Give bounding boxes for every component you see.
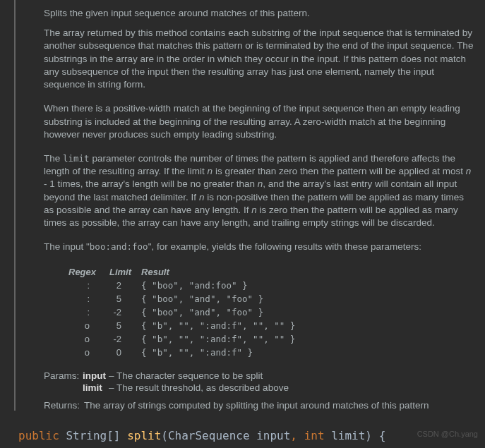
param-desc: – The result threshold, as described abo… <box>109 382 474 393</box>
cell-result: { "b", "", ":and:f", "", "" } <box>141 319 305 332</box>
param-name: input <box>256 429 290 442</box>
paren-close: ) <box>365 429 372 442</box>
param-type: CharSequence <box>168 429 250 442</box>
cell-result: { "b", "", ":and:f", "", "" } <box>141 332 305 346</box>
var-n: n <box>251 205 257 215</box>
cell-regex: o <box>68 332 109 346</box>
returns-label: Returns: <box>44 400 80 411</box>
param-desc: – The character sequence to be split <box>109 370 474 381</box>
table-row: o0{ "b", "", ":and:f" } <box>68 346 305 359</box>
cell-result: { "boo", "and", "foo" } <box>141 305 305 319</box>
summary: Splits the given input sequence around m… <box>44 7 474 20</box>
paren-open: ( <box>161 429 168 442</box>
header-result: Result <box>141 265 305 279</box>
comma: , <box>290 429 297 442</box>
cell-regex: : <box>68 292 109 305</box>
code-literal: boo:and:foo <box>90 241 148 252</box>
cell-regex: : <box>68 279 109 292</box>
text: ", for example, yields the following res… <box>148 241 421 252</box>
params-label: Params: <box>44 370 83 381</box>
table-row: :2{ "boo", "and:foo" } <box>68 279 305 292</box>
keyword-public: public <box>18 429 59 442</box>
example-intro: The input "boo:and:foo", for example, yi… <box>44 241 474 253</box>
returns-section: Returns: The array of strings computed b… <box>44 400 474 411</box>
results-table: Regex Limit Result :2{ "boo", "and:foo" … <box>68 265 305 359</box>
method-name: split <box>127 429 161 442</box>
cell-regex: o <box>68 346 109 359</box>
text: - 1 times, the array's length will be no… <box>44 178 258 189</box>
keyword-int: int <box>304 429 325 442</box>
return-type: String[] <box>66 429 120 442</box>
text: The input " <box>44 241 90 252</box>
cell-limit: 5 <box>109 292 141 305</box>
table-row: :5{ "boo", "and", "foo" } <box>68 292 305 305</box>
cell-limit: 0 <box>109 346 141 359</box>
var-n: n <box>466 166 472 176</box>
param-name: limit <box>83 382 106 393</box>
cell-result: { "boo", "and", "foo" } <box>141 292 305 305</box>
header-regex: Regex <box>68 265 109 279</box>
javadoc-block: Splits the given input sequence around m… <box>14 0 485 411</box>
description-paragraph-2: When there is a positive-width match at … <box>44 102 474 141</box>
returns-desc: The array of strings computed by splitti… <box>84 400 429 411</box>
cell-regex: o <box>68 319 109 332</box>
brace-open: { <box>379 429 386 442</box>
params-section: Params: input – The character sequence t… <box>44 370 474 393</box>
cell-limit: 2 <box>109 279 141 292</box>
var-n: n <box>208 166 213 176</box>
table-header-row: Regex Limit Result <box>68 265 305 279</box>
description-paragraph-1: The array returned by this method contai… <box>44 27 474 91</box>
watermark: CSDN @Ch.yang <box>417 430 478 438</box>
table-row: :-2{ "boo", "and", "foo" } <box>68 305 305 319</box>
method-signature: public String[] split(CharSequence input… <box>0 423 485 448</box>
limit-paragraph: The limit parameter controls the number … <box>44 152 474 229</box>
table-row: o-2{ "b", "", ":and:f", "", "" } <box>68 332 305 346</box>
cell-limit: 5 <box>109 319 141 332</box>
cell-limit: -2 <box>109 332 141 346</box>
cell-regex: : <box>68 305 109 319</box>
text: is greater than zero then the pattern wi… <box>212 166 466 176</box>
cell-result: { "boo", "and:foo" } <box>141 279 305 292</box>
cell-limit: -2 <box>109 305 141 319</box>
header-limit: Limit <box>109 265 141 279</box>
table-row: o5{ "b", "", ":and:f", "", "" } <box>68 319 305 332</box>
code-literal: limit <box>63 153 90 164</box>
param-name: limit <box>331 429 365 442</box>
param-name: input <box>83 370 106 381</box>
text: The <box>44 153 63 164</box>
cell-result: { "b", "", ":and:f" } <box>141 346 305 359</box>
